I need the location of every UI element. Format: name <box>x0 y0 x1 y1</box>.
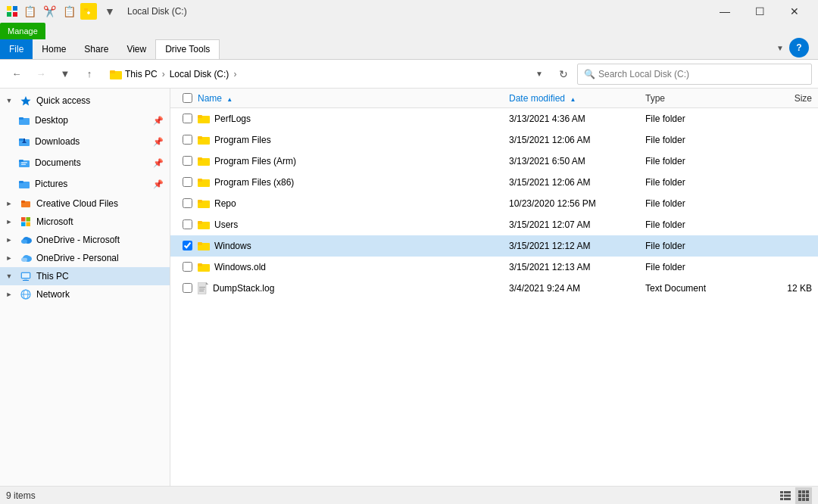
title-bar: 📋 ✂️ 📋 ▼ Local Disk (C:) — ☐ ✕ <box>0 0 818 23</box>
help-btn[interactable]: ? <box>789 38 809 58</box>
svg-rect-26 <box>27 217 31 222</box>
file-checkbox[interactable] <box>183 135 192 145</box>
table-row[interactable]: Windows 3/15/2021 12:12 AM File folder <box>170 235 818 257</box>
row-checkbox[interactable] <box>176 283 198 293</box>
file-checkbox[interactable] <box>183 177 192 187</box>
recent-locations-btn[interactable]: ▼ <box>55 64 76 85</box>
row-checkbox[interactable] <box>176 198 198 208</box>
table-row[interactable]: Program Files (Arm) 3/13/2021 6:50 AM Fi… <box>170 151 818 172</box>
svg-rect-51 <box>198 221 202 224</box>
file-checkbox[interactable] <box>183 283 192 293</box>
path-this-pc[interactable]: This PC <box>125 69 158 79</box>
table-row[interactable]: Program Files (x86) 3/15/2021 12:06 AM F… <box>170 172 818 193</box>
tab-drive-tools[interactable]: Drive Tools <box>155 39 220 59</box>
file-checkbox[interactable] <box>183 262 192 272</box>
large-icons-view-btn[interactable] <box>795 487 812 504</box>
expand-microsoft-icon: ► <box>3 216 15 228</box>
new-folder-btn[interactable] <box>80 3 97 20</box>
header-check[interactable] <box>176 93 198 103</box>
date-col-label: Date modified <box>509 93 565 104</box>
star-icon <box>20 95 31 106</box>
file-checkbox[interactable] <box>183 114 192 123</box>
desktop-folder-icon <box>19 115 30 126</box>
file-checkbox[interactable] <box>183 198 192 208</box>
tab-file[interactable]: File <box>0 39 33 59</box>
quick-access-btn-1[interactable]: 📋 <box>21 3 38 20</box>
this-pc-svg <box>20 271 31 282</box>
onedrive-microsoft-icon <box>20 234 32 246</box>
details-view-btn[interactable] <box>777 487 794 504</box>
file-name: Users <box>198 219 509 230</box>
search-box[interactable]: 🔍 <box>577 64 812 85</box>
row-checkbox[interactable] <box>176 262 198 272</box>
file-name-text: Repo <box>214 198 236 209</box>
manage-tab[interactable]: Manage <box>0 23 45 39</box>
sidebar-item-onedrive-personal[interactable]: ► OneDrive - Personal <box>0 249 170 267</box>
quick-access-btn-3[interactable]: 📋 <box>61 3 77 20</box>
back-btn[interactable]: ← <box>6 64 27 85</box>
sidebar-item-onedrive-microsoft[interactable]: ► OneDrive - Microsoft <box>0 231 170 249</box>
view-controls <box>777 487 812 504</box>
svg-rect-9 <box>110 70 115 73</box>
header-date[interactable]: Date modified ▲ <box>509 93 645 104</box>
sidebar-item-documents[interactable]: Documents 📌 <box>0 152 170 173</box>
address-dropdown-btn[interactable]: ▼ <box>529 64 550 85</box>
table-row[interactable]: PerfLogs 3/13/2021 4:36 AM File folder <box>170 108 818 129</box>
file-type: File folder <box>645 241 751 251</box>
quick-access-btn-2[interactable]: ✂️ <box>41 3 58 20</box>
sidebar-item-quick-access[interactable]: ▼ Quick access <box>0 92 170 110</box>
sidebar-item-pictures[interactable]: Pictures 📌 <box>0 173 170 194</box>
file-date: 3/13/2021 6:50 AM <box>509 156 645 166</box>
header-name[interactable]: Name ▲ <box>198 93 509 104</box>
up-btn[interactable]: ↑ <box>79 64 100 85</box>
search-input[interactable] <box>598 69 805 79</box>
file-checkbox[interactable] <box>183 241 192 250</box>
sidebar-item-microsoft[interactable]: ► Microsoft <box>0 213 170 231</box>
path-local-disk[interactable]: Local Disk (C:) <box>170 69 229 79</box>
svg-rect-62 <box>780 491 783 493</box>
row-checkbox[interactable] <box>176 241 198 250</box>
row-checkbox[interactable] <box>176 114 198 123</box>
maximize-btn[interactable]: ☐ <box>742 0 777 23</box>
close-btn[interactable]: ✕ <box>777 0 812 23</box>
row-checkbox[interactable] <box>176 135 198 145</box>
table-row[interactable]: Program Files 3/15/2021 12:06 AM File fo… <box>170 129 818 151</box>
file-name: Repo <box>198 198 509 209</box>
svg-rect-24 <box>21 201 25 203</box>
minimize-btn[interactable]: — <box>707 0 742 23</box>
tab-view[interactable]: View <box>117 39 155 59</box>
network-svg <box>20 289 31 300</box>
forward-btn[interactable]: → <box>30 64 52 85</box>
svg-rect-45 <box>198 157 202 160</box>
file-name: Program Files (x86) <box>198 177 509 188</box>
svg-rect-64 <box>780 494 783 496</box>
sidebar-item-creative-cloud[interactable]: ► Creative Cloud Files <box>0 194 170 213</box>
path-folder-icon <box>110 68 122 80</box>
tab-home[interactable]: Home <box>33 39 75 59</box>
refresh-btn[interactable]: ↻ <box>553 64 574 85</box>
file-checkbox[interactable] <box>183 219 192 229</box>
sidebar-item-this-pc[interactable]: ▼ This PC <box>0 267 170 285</box>
status-bar: 9 items <box>0 486 818 504</box>
select-all-checkbox[interactable] <box>183 93 192 103</box>
row-checkbox[interactable] <box>176 219 198 229</box>
expand-ribbon-btn[interactable]: ▼ <box>774 42 786 54</box>
customize-btn[interactable]: ▼ <box>101 3 118 20</box>
header-size[interactable]: Size <box>751 93 812 104</box>
svg-point-32 <box>21 257 27 262</box>
sidebar-item-network[interactable]: ► Network <box>0 285 170 303</box>
row-checkbox[interactable] <box>176 156 198 166</box>
network-label: Network <box>36 289 167 300</box>
table-row[interactable]: Windows.old 3/15/2021 12:13 AM File fold… <box>170 257 818 278</box>
file-checkbox[interactable] <box>183 156 192 166</box>
network-icon <box>20 288 32 300</box>
table-row[interactable]: DumpStack.log 3/4/2021 9:24 AM Text Docu… <box>170 278 818 299</box>
address-path[interactable]: This PC › Local Disk (C:) › <box>103 64 526 85</box>
header-type[interactable]: Type <box>645 93 751 104</box>
table-row[interactable]: Repo 10/23/2020 12:56 PM File folder <box>170 193 818 214</box>
sidebar-item-desktop[interactable]: Desktop 📌 <box>0 110 170 131</box>
sidebar-item-downloads[interactable]: Downloads 📌 <box>0 131 170 152</box>
table-row[interactable]: Users 3/15/2021 12:07 AM File folder <box>170 214 818 235</box>
row-checkbox[interactable] <box>176 177 198 187</box>
tab-share[interactable]: Share <box>75 39 117 59</box>
